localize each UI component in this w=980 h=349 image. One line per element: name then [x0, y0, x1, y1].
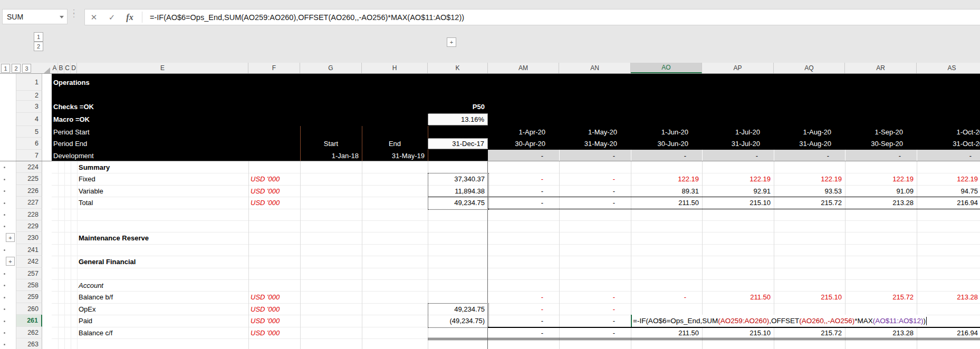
row-outline-level-1[interactable]: 1	[1, 64, 10, 73]
cell-AO226[interactable]: 89.31	[631, 185, 702, 197]
cell-AQ262[interactable]: 215.72	[774, 327, 845, 338]
cell-E230[interactable]: Maintenance Reserve	[77, 232, 248, 244]
formula-input[interactable]: =-IF(AO$6=Ops_End,SUM(AO259:AO260),OFFSE…	[146, 13, 464, 22]
cell-E242[interactable]: General Financial	[77, 256, 248, 268]
row-header-258[interactable]: 258	[16, 279, 42, 291]
cell-AP5[interactable]: 1-Jul-20	[702, 126, 774, 138]
cell-H6[interactable]: End	[362, 138, 428, 150]
cell-E260[interactable]: OpEx	[77, 303, 248, 315]
cell-G6[interactable]: Start	[300, 138, 362, 150]
cell-E227[interactable]: Total	[77, 197, 248, 209]
cell-AR262[interactable]: 213.28	[845, 327, 917, 338]
cell-AS6[interactable]: 31-Oct-20	[917, 138, 980, 150]
column-header-D[interactable]: D	[71, 63, 77, 73]
cell-AQ226[interactable]: 93.53	[774, 185, 845, 197]
column-outline-level-1[interactable]: 1	[34, 32, 43, 42]
cell-AR227[interactable]: 213.28	[845, 197, 917, 209]
cell-AO262[interactable]: 211.50	[631, 327, 702, 338]
cell-F226[interactable]: USD '000	[248, 185, 300, 197]
column-header-AM[interactable]: AM	[488, 63, 559, 73]
row-header-4[interactable]: 4	[16, 113, 42, 126]
cell-AN5[interactable]: 1-May-20	[559, 126, 631, 138]
cell-AN225[interactable]: -	[559, 173, 631, 185]
cell-AP259[interactable]: 211.50	[702, 291, 774, 303]
cell-F262[interactable]: USD '000	[248, 327, 300, 338]
cell-AQ5[interactable]: 1-Aug-20	[774, 126, 845, 138]
column-header-C[interactable]: C	[64, 63, 71, 73]
cell-E261[interactable]: Paid	[77, 315, 248, 327]
cell-AM259[interactable]: -	[488, 291, 559, 303]
name-box-dropdown-icon[interactable]	[60, 16, 64, 18]
row-header-262[interactable]: 262	[16, 327, 42, 338]
cell-K6[interactable]: 31-Dec-17	[428, 138, 488, 149]
cell-AO259[interactable]: -	[631, 291, 702, 303]
column-header-E[interactable]: E	[77, 63, 248, 73]
column-header-K[interactable]: K	[428, 63, 488, 73]
cell-AP225[interactable]: 122.19	[702, 173, 774, 185]
cell-AR6[interactable]: 30-Sep-20	[845, 138, 917, 150]
cell-AS227[interactable]: 216.94	[917, 197, 980, 209]
row-header-241[interactable]: 241	[16, 244, 42, 256]
cell-AM227[interactable]: -	[488, 197, 559, 209]
row-header-227[interactable]: 227	[16, 197, 42, 209]
row-group-expand-button-230[interactable]: +	[6, 233, 15, 242]
row-outline-level-2[interactable]: 2	[12, 64, 21, 73]
enter-icon[interactable]: ✓	[103, 13, 121, 22]
column-header-B[interactable]: B	[58, 63, 64, 73]
cell-AM6[interactable]: 30-Apr-20	[488, 138, 559, 150]
cell-AQ225[interactable]: 122.19	[774, 173, 845, 185]
cell-LBL4[interactable]: Macro =OK	[52, 113, 248, 126]
row-header-224[interactable]: 224	[16, 161, 42, 173]
fill-handle[interactable]	[699, 325, 700, 326]
row-header-226[interactable]: 226	[16, 185, 42, 197]
in-cell-edit-overlay[interactable]: =-IF(AO$6=Ops_End,SUM(AO259:AO260),OFFSE…	[631, 315, 927, 327]
cell-AS226[interactable]: 94.75	[917, 185, 980, 197]
cell-K3[interactable]: P50	[428, 101, 488, 113]
cell-AN6[interactable]: 31-May-20	[559, 138, 631, 150]
cell-K4[interactable]: 13.16%	[428, 113, 488, 125]
insert-function-icon[interactable]: fx	[121, 13, 139, 22]
row-header-257[interactable]: 257	[16, 268, 42, 279]
cell-E226[interactable]: Variable	[77, 185, 248, 197]
cell-AS259[interactable]: 213.28	[917, 291, 980, 303]
row-header-259[interactable]: 259	[16, 291, 42, 303]
cell-AO5[interactable]: 1-Jun-20	[631, 126, 702, 138]
row-outline-level-3[interactable]: 3	[22, 64, 31, 73]
cell-E262[interactable]: Balance c/f	[77, 327, 248, 338]
column-header-F[interactable]: F	[248, 63, 300, 73]
cell-F260[interactable]: USD '000	[248, 303, 300, 315]
formula-bar-grip[interactable]: ⁚⁚	[73, 11, 76, 23]
cell-AO6[interactable]: 30-Jun-20	[631, 138, 702, 150]
row-header-6[interactable]: 6	[16, 138, 42, 150]
cell-E224[interactable]: Summary	[77, 161, 248, 173]
cell-AS7[interactable]: -	[917, 150, 980, 161]
row-header-261[interactable]: 261	[16, 315, 42, 327]
cell-AN261[interactable]: -	[559, 315, 631, 327]
cell-AN226[interactable]: -	[559, 185, 631, 197]
column-header-AP[interactable]: AP	[702, 63, 774, 73]
cell-AN260[interactable]: -	[559, 303, 631, 315]
cell-E225[interactable]: Fixed	[77, 173, 248, 185]
row-header-242[interactable]: 242	[16, 256, 42, 268]
cell-AM262[interactable]: -	[488, 327, 559, 338]
cell-AO225[interactable]: 122.19	[631, 173, 702, 185]
cell-AS225[interactable]: 122.19	[917, 173, 980, 185]
column-header-AQ[interactable]: AQ	[774, 63, 845, 73]
column-header-H[interactable]: H	[362, 63, 428, 73]
cell-AM7[interactable]: -	[488, 150, 559, 161]
cell-AM261[interactable]: -	[488, 315, 559, 327]
cell-LBL5[interactable]: Period Start	[52, 126, 248, 138]
cell-AP6[interactable]: 31-Jul-20	[702, 138, 774, 150]
cell-AQ259[interactable]: 215.10	[774, 291, 845, 303]
cell-AN262[interactable]: -	[559, 327, 631, 338]
cell-AP7[interactable]: -	[702, 150, 774, 161]
cell-AM260[interactable]: -	[488, 303, 559, 315]
cell-G7[interactable]: 1-Jan-18	[300, 150, 362, 161]
cell-AN227[interactable]: -	[559, 197, 631, 209]
cell-AR7[interactable]: -	[845, 150, 917, 161]
cell-AQ6[interactable]: 31-Aug-20	[774, 138, 845, 150]
column-header-AO[interactable]: AO	[631, 63, 702, 73]
cancel-icon[interactable]: ✕	[85, 13, 103, 22]
cell-LBL7[interactable]: Development	[52, 150, 248, 161]
cell-E259[interactable]: Balance b/f	[77, 291, 248, 303]
